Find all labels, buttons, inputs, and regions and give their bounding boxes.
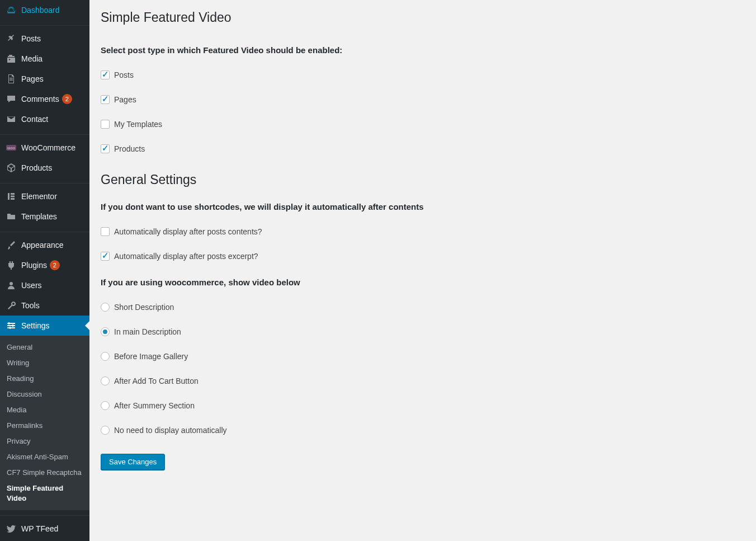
mail-icon — [6, 114, 17, 125]
svg-point-6 — [10, 282, 13, 285]
menu-posts[interactable]: Posts — [0, 29, 89, 49]
checkbox-row-auto-excerpt: Automatically display after posts excerp… — [101, 252, 745, 261]
radio-label[interactable]: Short Description — [114, 303, 174, 312]
plugins-badge: 2 — [50, 260, 60, 270]
menu-woocommerce[interactable]: woo WooCommerce — [0, 138, 89, 158]
svg-rect-8 — [7, 325, 15, 326]
svg-rect-5 — [11, 198, 15, 200]
menu-separator — [0, 132, 89, 135]
comment-icon — [6, 93, 17, 105]
checkbox-label[interactable]: Pages — [114, 95, 136, 104]
menu-label: WP TFeed — [21, 524, 58, 534]
svg-rect-11 — [12, 324, 13, 327]
menu-media[interactable]: Media — [0, 49, 89, 69]
checkbox-auto-contents[interactable] — [101, 227, 110, 236]
checkbox-row-auto-contents: Automatically display after posts conten… — [101, 227, 745, 236]
dashboard-icon — [6, 4, 17, 16]
save-button[interactable]: Save Changes — [101, 454, 165, 470]
twitter-icon — [6, 523, 17, 534]
checkbox-auto-excerpt[interactable] — [101, 252, 110, 261]
media-icon — [6, 53, 17, 64]
radio-row-short-desc: Short Description — [101, 303, 745, 312]
menu-dashboard[interactable]: Dashboard — [0, 0, 89, 20]
folder-icon — [6, 211, 17, 222]
svg-rect-2 — [8, 193, 10, 200]
radio-row-after-cart: After Add To Cart Button — [101, 377, 745, 385]
radio-after-summary[interactable] — [101, 401, 110, 410]
menu-label: Comments — [21, 94, 59, 104]
menu-plugins[interactable]: Plugins 2 — [0, 255, 89, 275]
radio-before-gallery[interactable] — [101, 352, 110, 361]
checkbox-products[interactable] — [101, 144, 110, 153]
submenu-permalinks[interactable]: Permalinks — [0, 418, 89, 434]
product-icon — [6, 162, 17, 173]
checkbox-row-products: Products — [101, 144, 745, 153]
submenu-akismet[interactable]: Akismet Anti-Spam — [0, 449, 89, 465]
menu-label: Elementor — [21, 191, 57, 201]
menu-label: WooCommerce — [21, 143, 75, 153]
radio-row-before-gallery: Before Image Gallery — [101, 352, 745, 361]
menu-separator — [0, 23, 89, 26]
radio-main-desc[interactable] — [101, 327, 110, 336]
page-title: Simple Featured Video — [101, 10, 745, 25]
radio-label[interactable]: In main Description — [114, 327, 181, 336]
radio-label[interactable]: After Summery Section — [114, 401, 195, 410]
checkbox-label[interactable]: Automatically display after posts excerp… — [114, 252, 258, 261]
svg-text:woo: woo — [7, 146, 15, 150]
woo-heading: If you are using woocommerce, show video… — [101, 277, 745, 287]
svg-rect-4 — [11, 196, 15, 197]
svg-rect-10 — [8, 322, 10, 324]
submenu-media[interactable]: Media — [0, 402, 89, 418]
checkbox-label[interactable]: Posts — [114, 70, 134, 79]
submenu-discussion[interactable]: Discussion — [0, 387, 89, 402]
page-icon — [6, 73, 17, 84]
submenu-reading[interactable]: Reading — [0, 371, 89, 387]
radio-no-auto[interactable] — [101, 426, 110, 435]
menu-products[interactable]: Products — [0, 158, 89, 178]
brush-icon — [6, 239, 17, 251]
menu-label: Plugins — [21, 260, 47, 270]
menu-label: Settings — [21, 321, 50, 331]
menu-pages[interactable]: Pages — [0, 69, 89, 89]
menu-label: Appearance — [21, 240, 64, 250]
menu-contact[interactable]: Contact — [0, 109, 89, 129]
menu-label: Templates — [21, 211, 57, 222]
menu-settings[interactable]: Settings — [0, 316, 89, 336]
menu-separator — [0, 229, 89, 232]
menu-elementor[interactable]: Elementor — [0, 186, 89, 206]
menu-comments[interactable]: Comments 2 — [0, 89, 89, 109]
menu-label: Products — [21, 163, 52, 173]
radio-after-cart[interactable] — [101, 377, 110, 385]
menu-users[interactable]: Users — [0, 275, 89, 295]
checkbox-label[interactable]: Products — [114, 144, 145, 153]
wrench-icon — [6, 300, 17, 311]
general-settings-heading: General Settings — [101, 172, 745, 187]
radio-label[interactable]: After Add To Cart Button — [114, 377, 199, 385]
checkbox-row-my-templates: My Templates — [101, 120, 745, 129]
submenu-writing[interactable]: Writing — [0, 355, 89, 371]
menu-wp-tfeed[interactable]: WP TFeed — [0, 519, 89, 539]
menu-separator — [0, 181, 89, 184]
menu-templates[interactable]: Templates — [0, 206, 89, 227]
submenu-simple-featured-video[interactable]: Simple Featured Video — [0, 481, 89, 506]
radio-label[interactable]: Before Image Gallery — [114, 352, 188, 361]
footer: Thank you for creating with WordPress. V… — [101, 531, 745, 541]
checkbox-posts[interactable] — [101, 70, 110, 79]
radio-label[interactable]: No need to display automatically — [114, 426, 227, 435]
checkbox-label[interactable]: My Templates — [114, 120, 162, 129]
checkbox-my-templates[interactable] — [101, 120, 110, 129]
radio-short-desc[interactable] — [101, 303, 110, 312]
submenu-cf7-recaptcha[interactable]: CF7 Simple Recaptcha — [0, 465, 89, 481]
menu-tools[interactable]: Tools — [0, 295, 89, 316]
svg-rect-9 — [7, 327, 15, 328]
menu-appearance[interactable]: Appearance — [0, 235, 89, 255]
comments-badge: 2 — [62, 94, 72, 104]
post-type-heading: Select post type in which Featured Video… — [101, 45, 745, 55]
submenu-general[interactable]: General — [0, 340, 89, 355]
radio-row-main-desc: In main Description — [101, 327, 745, 336]
submenu-privacy[interactable]: Privacy — [0, 434, 89, 449]
checkbox-label[interactable]: Automatically display after posts conten… — [114, 227, 262, 236]
collapse-menu[interactable]: Collapse menu — [0, 539, 89, 541]
checkbox-pages[interactable] — [101, 95, 110, 104]
radio-row-no-auto: No need to display automatically — [101, 426, 745, 435]
